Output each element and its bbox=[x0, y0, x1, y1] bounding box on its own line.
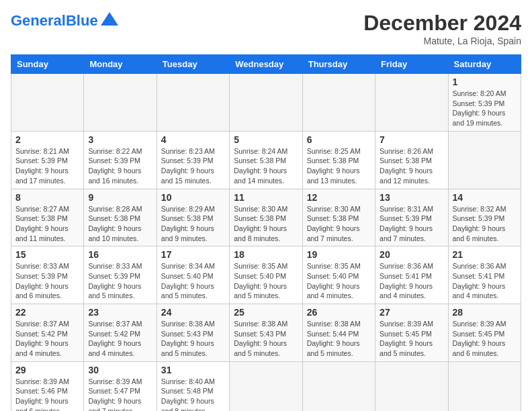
empty-cell bbox=[448, 131, 521, 189]
calendar-day-3: 3Sunrise: 8:22 AMSunset: 5:39 PMDaylight… bbox=[84, 131, 157, 189]
header-row: SundayMondayTuesdayWednesdayThursdayFrid… bbox=[11, 55, 521, 74]
calendar-week-1: 1Sunrise: 8:20 AMSunset: 5:39 PMDaylight… bbox=[11, 74, 521, 132]
calendar-day-1: 1Sunrise: 8:20 AMSunset: 5:39 PMDaylight… bbox=[448, 74, 521, 132]
calendar-day-13: 13Sunrise: 8:31 AMSunset: 5:39 PMDayligh… bbox=[375, 189, 448, 246]
calendar-week-4: 15Sunrise: 8:33 AMSunset: 5:39 PMDayligh… bbox=[11, 246, 521, 304]
calendar-day-26: 26Sunrise: 8:38 AMSunset: 5:44 PMDayligh… bbox=[302, 304, 375, 362]
svg-marker-0 bbox=[101, 12, 118, 26]
col-header-thursday: Thursday bbox=[302, 55, 375, 74]
empty-cell bbox=[375, 74, 448, 132]
calendar-day-7: 7Sunrise: 8:26 AMSunset: 5:38 PMDaylight… bbox=[375, 131, 448, 189]
empty-cell bbox=[11, 74, 84, 132]
empty-cell bbox=[302, 361, 375, 411]
col-header-tuesday: Tuesday bbox=[157, 55, 229, 74]
logo-icon bbox=[99, 11, 120, 31]
logo-text: GeneralBlue bbox=[11, 13, 98, 29]
calendar-day-29: 29Sunrise: 8:39 AMSunset: 5:46 PMDayligh… bbox=[11, 361, 84, 411]
logo: GeneralBlue bbox=[11, 11, 120, 31]
empty-cell bbox=[84, 74, 157, 132]
calendar-day-9: 9Sunrise: 8:28 AMSunset: 5:38 PMDaylight… bbox=[84, 189, 157, 246]
calendar-day-22: 22Sunrise: 8:37 AMSunset: 5:42 PMDayligh… bbox=[11, 304, 84, 362]
calendar-day-11: 11Sunrise: 8:30 AMSunset: 5:38 PMDayligh… bbox=[230, 189, 302, 246]
title-block: December 2024 Matute, La Rioja, Spain bbox=[363, 11, 521, 46]
empty-cell bbox=[230, 361, 302, 411]
calendar-day-18: 18Sunrise: 8:35 AMSunset: 5:40 PMDayligh… bbox=[230, 246, 302, 304]
col-header-sunday: Sunday bbox=[11, 55, 84, 74]
empty-cell bbox=[375, 361, 448, 411]
calendar-day-30: 30Sunrise: 8:39 AMSunset: 5:47 PMDayligh… bbox=[84, 361, 157, 411]
empty-cell bbox=[157, 74, 229, 132]
empty-cell bbox=[230, 74, 302, 132]
calendar-day-5: 5Sunrise: 8:24 AMSunset: 5:38 PMDaylight… bbox=[230, 131, 302, 189]
calendar-day-14: 14Sunrise: 8:32 AMSunset: 5:39 PMDayligh… bbox=[448, 189, 521, 246]
calendar-day-15: 15Sunrise: 8:33 AMSunset: 5:39 PMDayligh… bbox=[11, 246, 84, 304]
calendar-day-19: 19Sunrise: 8:35 AMSunset: 5:40 PMDayligh… bbox=[302, 246, 375, 304]
col-header-friday: Friday bbox=[375, 55, 448, 74]
calendar-day-24: 24Sunrise: 8:38 AMSunset: 5:43 PMDayligh… bbox=[157, 304, 229, 362]
calendar-day-17: 17Sunrise: 8:34 AMSunset: 5:40 PMDayligh… bbox=[157, 246, 229, 304]
month-title: December 2024 bbox=[363, 11, 521, 36]
page-header: GeneralBlue December 2024 Matute, La Rio… bbox=[11, 11, 521, 46]
calendar-week-5: 22Sunrise: 8:37 AMSunset: 5:42 PMDayligh… bbox=[11, 304, 521, 362]
calendar-day-16: 16Sunrise: 8:33 AMSunset: 5:39 PMDayligh… bbox=[84, 246, 157, 304]
location: Matute, La Rioja, Spain bbox=[363, 36, 521, 46]
calendar-table: SundayMondayTuesdayWednesdayThursdayFrid… bbox=[11, 54, 521, 411]
calendar-day-31: 31Sunrise: 8:40 AMSunset: 5:48 PMDayligh… bbox=[157, 361, 229, 411]
calendar-week-6: 29Sunrise: 8:39 AMSunset: 5:46 PMDayligh… bbox=[11, 361, 521, 411]
col-header-saturday: Saturday bbox=[448, 55, 521, 74]
calendar-day-8: 8Sunrise: 8:27 AMSunset: 5:38 PMDaylight… bbox=[11, 189, 84, 246]
calendar-day-6: 6Sunrise: 8:25 AMSunset: 5:38 PMDaylight… bbox=[302, 131, 375, 189]
calendar-day-4: 4Sunrise: 8:23 AMSunset: 5:39 PMDaylight… bbox=[157, 131, 229, 189]
empty-cell bbox=[448, 361, 521, 411]
calendar-day-28: 28Sunrise: 8:39 AMSunset: 5:45 PMDayligh… bbox=[448, 304, 521, 362]
calendar-day-2: 2Sunrise: 8:21 AMSunset: 5:39 PMDaylight… bbox=[11, 131, 84, 189]
col-header-monday: Monday bbox=[84, 55, 157, 74]
calendar-day-27: 27Sunrise: 8:39 AMSunset: 5:45 PMDayligh… bbox=[375, 304, 448, 362]
empty-cell bbox=[302, 74, 375, 132]
calendar-day-25: 25Sunrise: 8:38 AMSunset: 5:43 PMDayligh… bbox=[230, 304, 302, 362]
calendar-day-23: 23Sunrise: 8:37 AMSunset: 5:42 PMDayligh… bbox=[84, 304, 157, 362]
calendar-day-10: 10Sunrise: 8:29 AMSunset: 5:38 PMDayligh… bbox=[157, 189, 229, 246]
calendar-week-2: 2Sunrise: 8:21 AMSunset: 5:39 PMDaylight… bbox=[11, 131, 521, 189]
calendar-day-20: 20Sunrise: 8:36 AMSunset: 5:41 PMDayligh… bbox=[375, 246, 448, 304]
col-header-wednesday: Wednesday bbox=[230, 55, 302, 74]
calendar-day-21: 21Sunrise: 8:36 AMSunset: 5:41 PMDayligh… bbox=[448, 246, 521, 304]
calendar-week-3: 8Sunrise: 8:27 AMSunset: 5:38 PMDaylight… bbox=[11, 189, 521, 246]
calendar-day-12: 12Sunrise: 8:30 AMSunset: 5:38 PMDayligh… bbox=[302, 189, 375, 246]
